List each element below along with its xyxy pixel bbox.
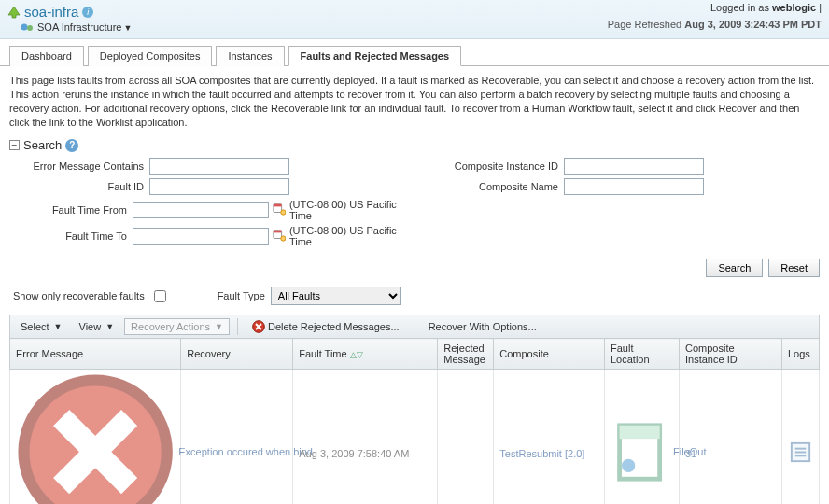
label-composite-name: Composite Name — [424, 181, 564, 192]
fault-type-select[interactable]: All Faults — [271, 287, 401, 305]
timezone-info: (UTC-08:00) US Pacific Time — [289, 225, 405, 247]
delete-icon — [252, 320, 265, 333]
composite-name-field[interactable] — [564, 178, 704, 195]
tab-strip: Dashboard Deployed Composites Instances … — [0, 39, 829, 66]
col-rejected[interactable]: Rejected Message — [438, 339, 494, 370]
col-composite[interactable]: Composite — [494, 339, 605, 370]
label-error-message: Error Message Contains — [9, 161, 149, 172]
instance-id-link[interactable]: 31 — [685, 448, 696, 459]
page-description: This page lists faults from across all S… — [9, 74, 820, 129]
search-button[interactable]: Search — [706, 259, 763, 277]
table-toolbar: Select▼ View▼ Recovery Actions▼ Delete R… — [9, 315, 820, 338]
reset-button[interactable]: Reset — [768, 259, 820, 277]
composite-instance-id-field[interactable] — [564, 158, 704, 175]
search-panel: Error Message Contains Fault ID Fault Ti… — [9, 158, 820, 251]
timezone-info: (UTC-08:00) US Pacific Time — [289, 199, 405, 221]
calendar-icon[interactable] — [273, 203, 286, 217]
page-title: soa-infra — [24, 4, 78, 20]
error-link[interactable]: Exception occured when bind — [178, 446, 313, 457]
up-arrow-icon[interactable] — [7, 6, 21, 19]
label-fault-time-from: Fault Time From — [9, 204, 133, 216]
table-row[interactable]: Exception occured when bindAug 3, 2009 7… — [10, 370, 820, 504]
login-info: Logged in as weblogic | — [710, 2, 822, 13]
fault-time-to-field[interactable] — [133, 228, 269, 245]
label-fault-type: Fault Type — [218, 290, 265, 301]
toolbar-separator — [237, 318, 238, 335]
calendar-icon[interactable] — [273, 229, 286, 244]
tab-deployed-composites[interactable]: Deployed Composites — [88, 46, 213, 66]
label-composite-instance-id: Composite Instance ID — [424, 161, 564, 172]
label-fault-time-to: Fault Time To — [9, 231, 133, 242]
recover-with-options-button[interactable]: Recover With Options... — [422, 318, 543, 335]
tab-instances[interactable]: Instances — [216, 46, 284, 66]
infra-icon — [21, 22, 34, 32]
toolbar-separator — [414, 318, 414, 335]
tab-faults[interactable]: Faults and Rejected Messages — [288, 46, 462, 66]
recovery-actions-menu[interactable]: Recovery Actions▼ — [124, 318, 230, 335]
search-title: Search — [23, 138, 62, 152]
select-menu[interactable]: Select▼ — [14, 318, 69, 335]
collapse-icon[interactable]: − — [9, 140, 20, 150]
fault-time-from-field[interactable] — [133, 202, 269, 218]
infra-menu[interactable]: SOA Infrastructure▼ — [37, 21, 132, 33]
page-header: soa-infra i SOA Infrastructure▼ Logged i… — [0, 0, 829, 39]
col-recovery[interactable]: Recovery — [181, 339, 293, 370]
col-error[interactable]: Error Message — [10, 339, 181, 370]
sort-indicator-icon: △▽ — [350, 350, 363, 359]
help-icon[interactable]: ? — [65, 139, 78, 152]
show-recoverable-checkbox[interactable] — [154, 290, 166, 302]
refresh-info: Page Refreshed Aug 3, 2009 3:24:43 PM PD… — [608, 19, 822, 30]
logs-icon[interactable] — [788, 455, 813, 467]
tab-dashboard[interactable]: Dashboard — [9, 46, 84, 66]
faults-table: Error Message Recovery Fault Time△▽ Reje… — [9, 338, 820, 504]
fault-id-field[interactable] — [149, 178, 289, 195]
col-logs[interactable]: Logs — [782, 339, 820, 370]
col-fault-time[interactable]: Fault Time△▽ — [293, 339, 438, 370]
location-icon — [611, 474, 673, 485]
error-message-field[interactable] — [149, 158, 289, 175]
fault-time: Aug 3, 2009 7:58:40 AM — [293, 370, 438, 504]
delete-rejected-button[interactable]: Delete Rejected Messages... — [246, 317, 406, 336]
composite-link[interactable]: TestResubmit [2.0] — [499, 448, 584, 459]
label-fault-id: Fault ID — [9, 181, 149, 192]
col-location[interactable]: Fault Location — [605, 339, 680, 370]
col-cid[interactable]: Composite Instance ID — [680, 339, 782, 370]
view-menu[interactable]: View▼ — [73, 318, 121, 335]
label-show-recoverable: Show only recoverable faults — [13, 290, 145, 301]
info-icon[interactable]: i — [82, 7, 93, 18]
